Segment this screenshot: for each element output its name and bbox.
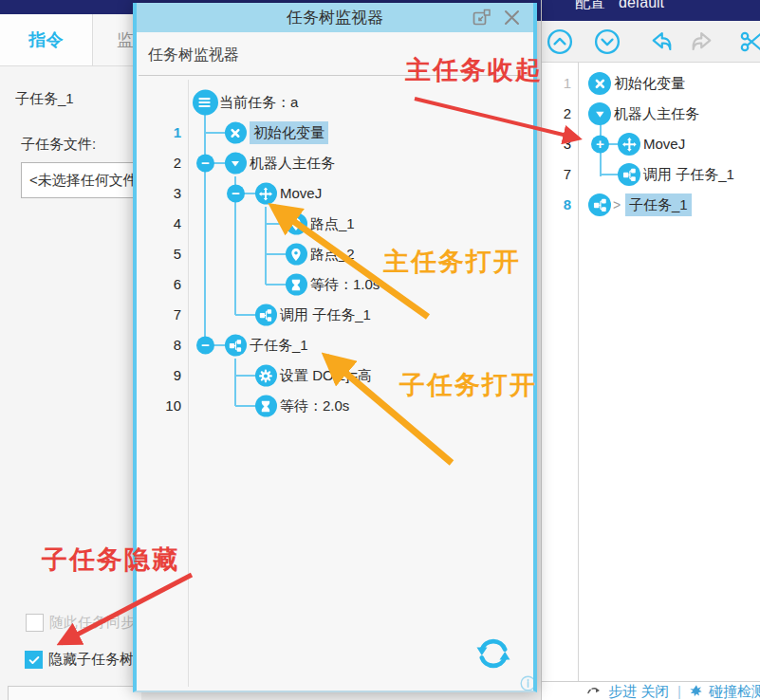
row-prefix: >	[613, 190, 621, 220]
row-number: 5	[149, 239, 181, 269]
tree-row[interactable]: 9设置 DO[2]=高	[137, 360, 533, 391]
row-number: 10	[149, 391, 181, 421]
tab-monitor[interactable]: 监	[92, 14, 133, 65]
waypoint-icon	[286, 213, 307, 235]
tree-row[interactable]: 8−子任务_1	[137, 330, 533, 360]
dialog-content: 任务树监视器 当前任务：a1初始化变量2−机器人主任务3−MoveJ4路点	[137, 32, 533, 691]
row-number: 1	[547, 68, 571, 99]
row-number: 6	[149, 269, 181, 300]
row-number: 1	[149, 118, 181, 148]
restore-window-icon[interactable]	[472, 8, 491, 28]
tree-row-label: 子任务_1	[250, 330, 308, 360]
movej-icon	[618, 133, 640, 156]
sync-checkbox[interactable]	[26, 614, 44, 632]
close-icon[interactable]	[502, 8, 522, 28]
subtask-title: 子任务_1	[15, 90, 74, 108]
wait-icon	[286, 274, 307, 296]
collapse-node-icon[interactable]: −	[196, 337, 214, 355]
check-icon	[28, 654, 41, 667]
dialog-titlebar: 任务树监视器	[137, 3, 533, 32]
right-task-tree: 1初始化变量2机器人主任务3+MoveJ7调用 子任务_18>子任务_1	[542, 0, 760, 681]
row-number: 4	[149, 209, 181, 239]
tree-row-label: 子任务_1	[625, 193, 692, 216]
row-number: 7	[149, 300, 181, 330]
tree-row-label: 机器人主任务	[614, 99, 699, 129]
connector-line	[234, 359, 236, 406]
info-icon[interactable]	[520, 675, 533, 691]
row-number: 8	[149, 330, 181, 360]
tree-row[interactable]: 7调用 子任务_1	[542, 159, 760, 190]
row-number: 3	[149, 178, 181, 209]
tree-row[interactable]: 3+MoveJ	[542, 129, 760, 159]
tree-row[interactable]: 1初始化变量	[542, 68, 760, 99]
step-status-label[interactable]: 步进 关闭	[608, 682, 669, 700]
row-number: 9	[149, 360, 181, 391]
tree-row[interactable]: 当前任务：a	[137, 87, 533, 118]
tree-row-label: 设置 DO[2]=高	[280, 360, 372, 391]
left-panel-bottom-box	[8, 686, 141, 700]
tree-row[interactable]: 8>子任务_1	[542, 190, 760, 220]
hide-subtask-checkbox[interactable]	[25, 651, 43, 669]
tree-row[interactable]: 2机器人主任务	[542, 99, 760, 129]
tree-row-label: 当前任务：a	[219, 87, 298, 118]
connector-line	[204, 114, 206, 345]
task-tree-monitor-dialog: 任务树监视器 任务树监视器	[133, 3, 537, 692]
tree-row[interactable]: 10等待：2.0s	[137, 391, 533, 421]
tree-row[interactable]: 2−机器人主任务	[137, 148, 533, 178]
tree-row-label: MoveJ	[643, 129, 685, 159]
app-window: 指令 监 子任务_1 子任务文件: <未选择任何文件 随此任务同步 隐藏子任务树…	[0, 0, 760, 700]
tree-row-label: 初始化变量	[250, 121, 328, 144]
waypoint-icon	[286, 244, 307, 266]
right-task-panel: 配置default 1初始化变量2机器人主任务3+Mo	[541, 0, 760, 700]
tree-row[interactable]: 7调用 子任务_1	[137, 300, 533, 330]
init-variable-icon	[225, 122, 247, 144]
tree-row-label: 等待：2.0s	[280, 391, 349, 421]
dialog-task-tree: 当前任务：a1初始化变量2−机器人主任务3−MoveJ4路点_15路点_26等待…	[137, 32, 533, 691]
row-number: 8	[547, 190, 571, 220]
left-tab-bar: 指令 监	[0, 14, 133, 66]
row-number: 7	[547, 159, 571, 190]
hide-subtask-checkbox-label: 隐藏子任务树	[48, 651, 134, 669]
menu-icon	[193, 90, 218, 116]
subtask-icon	[255, 304, 277, 326]
left-panel-navy-strip	[0, 0, 133, 14]
status-bar: 步进 关闭 | 碰撞检测	[542, 681, 760, 700]
hide-checkbox-row: 隐藏子任务树	[25, 651, 134, 669]
row-number: 3	[547, 129, 571, 159]
sync-checkbox-label: 随此任务同步	[49, 614, 135, 632]
tree-row-label: 等待：1.0s	[310, 269, 380, 300]
tree-row[interactable]: 3−MoveJ	[137, 178, 533, 209]
refresh-button[interactable]	[472, 632, 515, 675]
collapse-node-icon[interactable]: −	[196, 155, 214, 173]
expand-node-icon[interactable]: +	[591, 136, 609, 154]
subtask-file-label: 子任务文件:	[21, 136, 96, 154]
status-separator: |	[677, 682, 681, 700]
tree-row-label: 路点_2	[310, 239, 355, 269]
tree-row-label: MoveJ	[280, 178, 322, 209]
sync-checkbox-row: 随此任务同步	[26, 614, 135, 632]
tree-row[interactable]: 1初始化变量	[137, 118, 533, 148]
collision-status-label[interactable]: 碰撞检测	[709, 682, 760, 700]
wait-icon	[255, 396, 277, 417]
tree-row-label: 调用 子任务_1	[280, 300, 371, 330]
tree-row[interactable]: 6等待：1.0s	[137, 269, 533, 300]
tree-row[interactable]: 4路点_1	[137, 209, 533, 239]
connector-line	[265, 207, 267, 285]
tree-row-label: 调用 子任务_1	[643, 159, 734, 190]
collapse-node-icon[interactable]: −	[227, 185, 245, 203]
subtask-icon	[618, 163, 640, 186]
step-icon	[585, 683, 602, 700]
gear-icon	[255, 365, 277, 387]
triangle-down-icon	[225, 153, 247, 175]
left-panel: 指令 监 子任务_1 子任务文件: <未选择任何文件 随此任务同步 隐藏子任务树	[0, 0, 133, 700]
row-number: 2	[149, 148, 181, 178]
tree-row-label: 路点_1	[310, 209, 355, 239]
triangle-down-icon	[588, 102, 611, 125]
collision-detect-icon	[688, 683, 705, 700]
subtask-icon	[225, 335, 247, 357]
movej-icon	[255, 183, 277, 205]
subtask-icon	[588, 193, 611, 216]
tab-instruction[interactable]: 指令	[0, 14, 93, 65]
tree-row[interactable]: 5路点_2	[137, 239, 533, 269]
tree-row-label: 机器人主任务	[250, 148, 335, 178]
